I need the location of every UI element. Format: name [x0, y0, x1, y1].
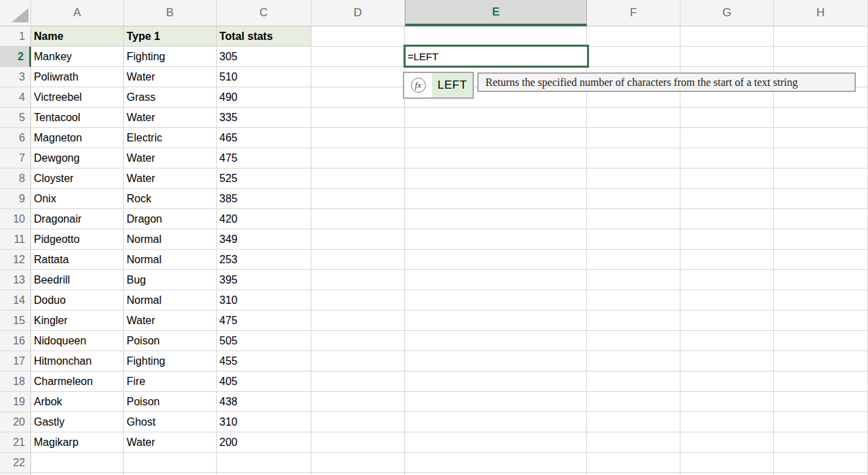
cell-F10[interactable]: [587, 209, 680, 229]
cell-D3[interactable]: [311, 67, 405, 87]
cell-C13[interactable]: 395: [217, 270, 311, 290]
row-header-17[interactable]: 17: [0, 351, 31, 371]
cell-F17[interactable]: [587, 351, 680, 371]
cell-H17[interactable]: [774, 351, 868, 371]
cell-H5[interactable]: [774, 108, 868, 128]
cell-G5[interactable]: [680, 108, 774, 128]
column-header-E[interactable]: E: [405, 0, 587, 26]
cell-A1[interactable]: Name: [31, 26, 124, 47]
cell-E1[interactable]: [405, 26, 587, 47]
row-header-19[interactable]: 19: [0, 392, 31, 412]
cell-F19[interactable]: [587, 392, 680, 412]
cell-E10[interactable]: [405, 209, 587, 229]
cell-G15[interactable]: [680, 311, 774, 331]
cell-H19[interactable]: [774, 392, 868, 412]
cell-C15[interactable]: 475: [217, 311, 311, 331]
cell-F5[interactable]: [587, 108, 680, 128]
cell-A10[interactable]: Dragonair: [31, 209, 124, 229]
cell-H10[interactable]: [774, 209, 868, 229]
column-header-D[interactable]: D: [311, 0, 405, 26]
row-header-5[interactable]: 5: [0, 108, 31, 128]
cell-B22[interactable]: [124, 453, 217, 473]
cell-D20[interactable]: [311, 412, 405, 432]
cell-G8[interactable]: [680, 168, 774, 189]
cell-C19[interactable]: 438: [217, 392, 311, 412]
cell-F7[interactable]: [587, 148, 680, 168]
cell-B3[interactable]: Water: [124, 67, 217, 87]
row-header-12[interactable]: 12: [0, 250, 31, 270]
cell-H22[interactable]: [774, 453, 868, 473]
cell-A19[interactable]: Arbok: [31, 392, 124, 412]
cell-D6[interactable]: [311, 128, 405, 148]
cell-A13[interactable]: Beedrill: [31, 270, 124, 290]
cell-B20[interactable]: Ghost: [124, 412, 217, 432]
select-all-button[interactable]: [0, 0, 31, 26]
column-header-C[interactable]: C: [217, 0, 311, 26]
cell-F15[interactable]: [587, 311, 680, 331]
cell-E5[interactable]: [405, 108, 587, 128]
cell-E15[interactable]: [405, 311, 587, 331]
cell-G11[interactable]: [680, 229, 774, 250]
cell-B10[interactable]: Dragon: [124, 209, 217, 229]
cell-H21[interactable]: [774, 432, 868, 453]
cell-D15[interactable]: [311, 311, 405, 331]
row-header-7[interactable]: 7: [0, 148, 31, 168]
cell-H6[interactable]: [774, 128, 868, 148]
cell-D19[interactable]: [311, 392, 405, 412]
cell-G16[interactable]: [680, 331, 774, 351]
cell-H1[interactable]: [774, 26, 868, 47]
cell-B16[interactable]: Poison: [124, 331, 217, 351]
cell-A8[interactable]: Cloyster: [31, 168, 124, 189]
column-header-B[interactable]: B: [124, 0, 217, 26]
cell-F8[interactable]: [587, 168, 680, 189]
cell-F16[interactable]: [587, 331, 680, 351]
cell-G17[interactable]: [680, 351, 774, 371]
cell-F1[interactable]: [587, 26, 680, 47]
cell-H11[interactable]: [774, 229, 868, 250]
cell-E14[interactable]: [405, 290, 587, 311]
cell-F22[interactable]: [587, 453, 680, 473]
cell-C14[interactable]: 310: [217, 290, 311, 311]
cell-B21[interactable]: Water: [124, 432, 217, 453]
cell-A12[interactable]: Rattata: [31, 250, 124, 270]
cell-E19[interactable]: [405, 392, 587, 412]
cell-E13[interactable]: [405, 270, 587, 290]
cell-D4[interactable]: [311, 87, 405, 108]
cell-D8[interactable]: [311, 168, 405, 189]
cell-C5[interactable]: 335: [217, 108, 311, 128]
column-header-H[interactable]: H: [774, 0, 868, 26]
cell-A20[interactable]: Gastly: [31, 412, 124, 432]
cell-B17[interactable]: Fighting: [124, 351, 217, 371]
cell-D10[interactable]: [311, 209, 405, 229]
cell-B6[interactable]: Electric: [124, 128, 217, 148]
row-header-22[interactable]: 22: [0, 453, 31, 473]
cell-A16[interactable]: Nidoqueen: [31, 331, 124, 351]
cell-B19[interactable]: Poison: [124, 392, 217, 412]
cell-G9[interactable]: [680, 189, 774, 209]
cell-H2[interactable]: [774, 47, 868, 67]
cell-B8[interactable]: Water: [124, 168, 217, 189]
cell-C22[interactable]: [217, 453, 311, 473]
cell-G12[interactable]: [680, 250, 774, 270]
cell-E16[interactable]: [405, 331, 587, 351]
cell-E17[interactable]: [405, 351, 587, 371]
cell-F21[interactable]: [587, 432, 680, 453]
cell-B14[interactable]: Normal: [124, 290, 217, 311]
row-header-16[interactable]: 16: [0, 331, 31, 351]
cell-E11[interactable]: [405, 229, 587, 250]
cell-C20[interactable]: 310: [217, 412, 311, 432]
cell-H14[interactable]: [774, 290, 868, 311]
cell-C12[interactable]: 253: [217, 250, 311, 270]
cell-H15[interactable]: [774, 311, 868, 331]
cell-F14[interactable]: [587, 290, 680, 311]
cell-C3[interactable]: 510: [217, 67, 311, 87]
column-header-A[interactable]: A: [31, 0, 124, 26]
cell-D2[interactable]: [311, 47, 405, 67]
cell-E22[interactable]: [405, 453, 587, 473]
cell-D22[interactable]: [311, 453, 405, 473]
cell-E20[interactable]: [405, 412, 587, 432]
row-header-13[interactable]: 13: [0, 270, 31, 290]
cell-H8[interactable]: [774, 168, 868, 189]
cell-G6[interactable]: [680, 128, 774, 148]
cell-C18[interactable]: 405: [217, 371, 311, 392]
